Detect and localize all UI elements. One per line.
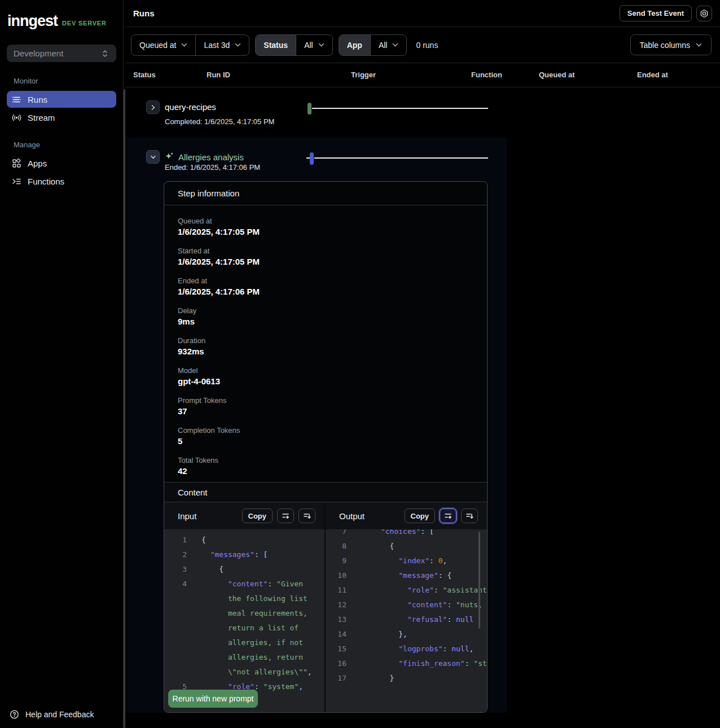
scroll-to-bottom-button[interactable] bbox=[298, 508, 315, 523]
code-line: return a list of bbox=[164, 621, 324, 635]
status-filter-dropdown[interactable]: All bbox=[296, 35, 332, 55]
line-number: 16 bbox=[326, 656, 346, 671]
code-panels: 1{2 "messages": [3 {4 "content": "Given … bbox=[164, 529, 487, 712]
help-and-feedback[interactable]: Help and Feedback bbox=[10, 709, 94, 719]
line-number: 7 bbox=[326, 529, 346, 539]
line-number: 12 bbox=[326, 598, 346, 612]
output-scrollbar[interactable] bbox=[478, 532, 480, 629]
status-filter-label: Status bbox=[256, 35, 296, 55]
code-line: \"not allergies\"", bbox=[164, 665, 324, 679]
code-line: allergies, return bbox=[164, 650, 324, 665]
field-value: 932ms bbox=[178, 346, 473, 357]
functions-icon bbox=[12, 177, 21, 186]
chevron-down-icon bbox=[392, 43, 398, 47]
time-filter-group[interactable]: Queued at Last 3d bbox=[131, 34, 249, 56]
line-number: 1 bbox=[164, 533, 187, 547]
sidebar-item-runs[interactable]: Runs bbox=[7, 91, 116, 108]
run-count: 0 runs bbox=[416, 41, 438, 50]
timeline-duration-line bbox=[312, 108, 488, 109]
line-number bbox=[164, 650, 187, 665]
code-line: 9 "index": 0, bbox=[326, 554, 487, 568]
step-information-header: Step information bbox=[164, 182, 487, 205]
table-header: Status Run ID Trigger Function Queued at… bbox=[125, 63, 720, 87]
status-filter-group[interactable]: Status All bbox=[255, 34, 332, 56]
code-line: 15 "logprobs": null, bbox=[326, 642, 487, 656]
line-number: 4 bbox=[164, 577, 187, 591]
sidebar-item-apps[interactable]: Apps bbox=[7, 155, 116, 172]
nav-section-manage: Manage bbox=[14, 141, 123, 149]
app-filter-dropdown[interactable]: All bbox=[370, 35, 407, 55]
line-number: 11 bbox=[326, 583, 346, 598]
sidebar-item-functions[interactable]: Functions bbox=[7, 173, 116, 190]
code-line: 4 "content": "Given bbox=[164, 577, 324, 591]
collapse-row-button[interactable] bbox=[146, 150, 160, 164]
step-name[interactable]: Allergies analysis bbox=[178, 152, 244, 162]
ai-sparkle-icon bbox=[165, 151, 174, 161]
line-number: 17 bbox=[326, 671, 346, 686]
step-info-field: Ended at1/6/2025, 4:17:06 PM bbox=[178, 277, 473, 297]
app-filter-group[interactable]: App All bbox=[339, 34, 407, 56]
sidebar: inngest DEV SERVER Development Monitor R… bbox=[0, 0, 123, 728]
field-value: 42 bbox=[178, 466, 473, 477]
output-toolbar: Output Copy bbox=[326, 502, 487, 529]
code-line: 14 }, bbox=[326, 627, 487, 642]
code-line: 3 { bbox=[164, 562, 324, 577]
field-value: 5 bbox=[178, 436, 473, 447]
code-line: 1{ bbox=[164, 533, 324, 547]
run-name[interactable]: query-recipes bbox=[165, 102, 216, 112]
chevron-down-icon bbox=[181, 43, 187, 47]
chevron-down-icon bbox=[696, 43, 702, 47]
input-code-editor[interactable]: 1{2 "messages": [3 {4 "content": "Given … bbox=[164, 529, 326, 712]
column-header-status: Status bbox=[133, 71, 156, 79]
line-number: 8 bbox=[326, 539, 346, 554]
field-label: Ended at bbox=[178, 277, 473, 286]
input-label: Input bbox=[178, 511, 196, 521]
output-code-editor[interactable]: 7 "choices": [8 {9 "index": 0,10 "messag… bbox=[326, 529, 487, 712]
align-bottom-icon bbox=[466, 512, 473, 520]
step-info-field: Completion Tokens5 bbox=[178, 426, 473, 447]
wrap-text-button[interactable] bbox=[277, 508, 294, 523]
code-line: 16 "finish_reason": "stop" bbox=[326, 656, 487, 671]
time-field-dropdown[interactable]: Queued at bbox=[131, 35, 195, 55]
code-line: allergies, if not bbox=[164, 635, 324, 650]
step-information-body: Queued at1/6/2025, 4:17:05 PMStarted at1… bbox=[164, 205, 487, 482]
step-info-field: Total Tokens42 bbox=[178, 456, 473, 477]
copy-output-button[interactable]: Copy bbox=[405, 508, 436, 523]
table-columns-button[interactable]: Table columns bbox=[630, 34, 712, 55]
wrap-text-button-active[interactable] bbox=[440, 508, 456, 523]
app-root: inngest DEV SERVER Development Monitor R… bbox=[0, 0, 720, 728]
field-label: Delay bbox=[178, 306, 473, 315]
send-test-event-button[interactable]: Send Test Event bbox=[620, 5, 692, 21]
chevron-up-down-icon bbox=[100, 49, 109, 58]
code-line: 10 "message": { bbox=[326, 568, 487, 583]
chevron-down-icon bbox=[235, 43, 241, 47]
scroll-to-bottom-button[interactable] bbox=[461, 508, 478, 523]
line-number: 15 bbox=[326, 642, 346, 656]
io-toolbar: Input Copy Output bbox=[164, 502, 487, 529]
chevron-down-icon bbox=[318, 43, 324, 47]
step-detail-card: Step information Queued at1/6/2025, 4:17… bbox=[164, 181, 488, 713]
dev-server-badge: DEV SERVER bbox=[62, 20, 107, 27]
expand-row-button[interactable] bbox=[146, 100, 160, 114]
chevron-right-icon bbox=[151, 104, 156, 111]
step-info-field: Modelgpt-4-0613 bbox=[178, 366, 473, 387]
main-area: Runs Send Test Event Queued at Last 3d bbox=[125, 0, 720, 728]
time-range-dropdown[interactable]: Last 3d bbox=[195, 35, 249, 55]
sidebar-item-stream[interactable]: Stream bbox=[7, 109, 116, 126]
settings-gear-button[interactable] bbox=[696, 6, 712, 21]
timeline-start-marker bbox=[308, 103, 311, 115]
align-bottom-icon bbox=[303, 512, 311, 520]
rerun-with-new-prompt-button[interactable]: Rerun with new prompt bbox=[168, 690, 258, 708]
input-toolbar: Input Copy bbox=[164, 502, 326, 529]
column-header-function: Function bbox=[471, 71, 502, 79]
field-value: 1/6/2025, 4:17:06 PM bbox=[178, 286, 473, 297]
field-label: Completion Tokens bbox=[178, 426, 473, 435]
top-bar: Runs Send Test Event bbox=[125, 0, 720, 27]
field-value: 9ms bbox=[178, 316, 473, 327]
copy-input-button[interactable]: Copy bbox=[242, 508, 273, 523]
page-title: Runs bbox=[133, 8, 155, 18]
environment-select[interactable]: Development bbox=[7, 45, 116, 62]
sidebar-item-label: Stream bbox=[28, 113, 55, 122]
column-header-queued-at: Queued at bbox=[539, 71, 575, 79]
line-number: 9 bbox=[326, 554, 346, 568]
